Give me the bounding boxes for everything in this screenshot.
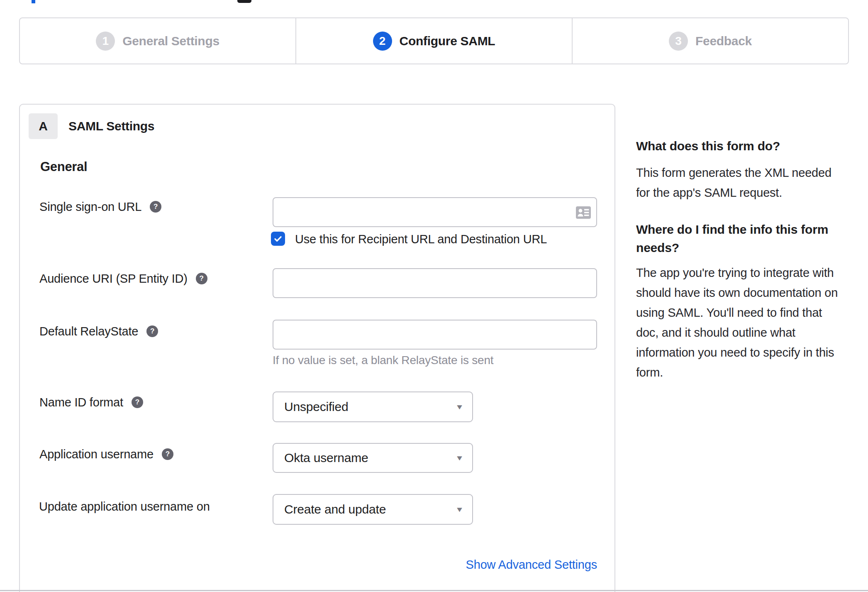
caret-down-icon: ▼ [455, 404, 464, 411]
name-id-format-help-icon[interactable]: ? [132, 396, 143, 408]
audience-uri-label-row: Audience URI (SP Entity ID) ? [39, 271, 207, 286]
cutoff-fragment-dark [237, 0, 251, 3]
update-username-label: Update application username on [39, 499, 210, 514]
step-3-circle: 3 [669, 32, 688, 51]
section-a-badge: A [29, 113, 58, 139]
cutoff-fragment-blue [32, 0, 35, 3]
application-username-select[interactable]: Okta username ▼ [273, 443, 473, 473]
single-sign-on-url-input[interactable] [273, 197, 597, 227]
use-for-recipient-destination-label: Use this for Recipient URL and Destinati… [295, 232, 547, 246]
checkmark-icon [273, 234, 283, 244]
relay-state-hint: If no value is set, a blank RelayState i… [273, 354, 493, 367]
relay-state-help-icon[interactable]: ? [146, 325, 158, 337]
application-username-value: Okta username [284, 451, 368, 465]
sso-url-label-row: Single sign-on URL ? [39, 199, 161, 214]
update-username-select[interactable]: Create and update ▼ [273, 494, 473, 525]
step-1-circle: 1 [96, 32, 115, 51]
step-general-settings: 1 General Settings [20, 18, 295, 64]
audience-uri-input[interactable] [273, 268, 597, 298]
general-section-heading: General [40, 159, 87, 174]
update-username-label-row: Update application username on [39, 499, 210, 514]
use-for-recipient-destination-checkbox[interactable] [271, 232, 285, 246]
bottom-divider [0, 590, 868, 591]
application-username-label: Application username [39, 447, 154, 462]
step-2-circle: 2 [373, 32, 392, 51]
name-id-format-label: Name ID format [39, 395, 123, 410]
sso-url-label: Single sign-on URL [39, 199, 141, 214]
relay-state-label-row: Default RelayState ? [39, 324, 158, 339]
sidebar-heading-what: What does this form do? [636, 137, 846, 155]
application-username-help-icon[interactable]: ? [162, 448, 173, 460]
caret-down-icon: ▼ [455, 506, 464, 513]
wizard-stepper: 1 General Settings 2 Configure SAML 3 Fe… [19, 17, 849, 64]
audience-uri-help-icon[interactable]: ? [196, 273, 207, 284]
sidebar-paragraph-what: This form generates the XML needed for t… [636, 163, 846, 203]
relay-state-label: Default RelayState [39, 324, 138, 339]
step-feedback: 3 Feedback [572, 18, 848, 64]
step-1-label: General Settings [122, 34, 219, 48]
application-username-label-row: Application username ? [39, 447, 173, 462]
panel-title: SAML Settings [68, 113, 154, 139]
sso-url-help-icon[interactable]: ? [150, 201, 161, 213]
step-3-label: Feedback [695, 34, 752, 48]
sidebar-paragraph-where: The app you're trying to integrate with … [636, 263, 846, 382]
contact-card-autofill-icon[interactable] [576, 206, 591, 219]
name-id-format-value: Unspecified [284, 400, 349, 414]
default-relay-state-input[interactable] [273, 320, 597, 350]
name-id-format-select[interactable]: Unspecified ▼ [273, 391, 473, 422]
show-advanced-settings-link[interactable]: Show Advanced Settings [273, 558, 597, 572]
step-2-label: Configure SAML [400, 34, 495, 48]
update-username-value: Create and update [284, 502, 386, 516]
sidebar-heading-where: Where do I find the info this form needs… [636, 220, 846, 257]
step-configure-saml: 2 Configure SAML [295, 18, 572, 64]
caret-down-icon: ▼ [455, 455, 464, 462]
audience-uri-label: Audience URI (SP Entity ID) [39, 271, 188, 286]
name-id-format-label-row: Name ID format ? [39, 395, 143, 410]
